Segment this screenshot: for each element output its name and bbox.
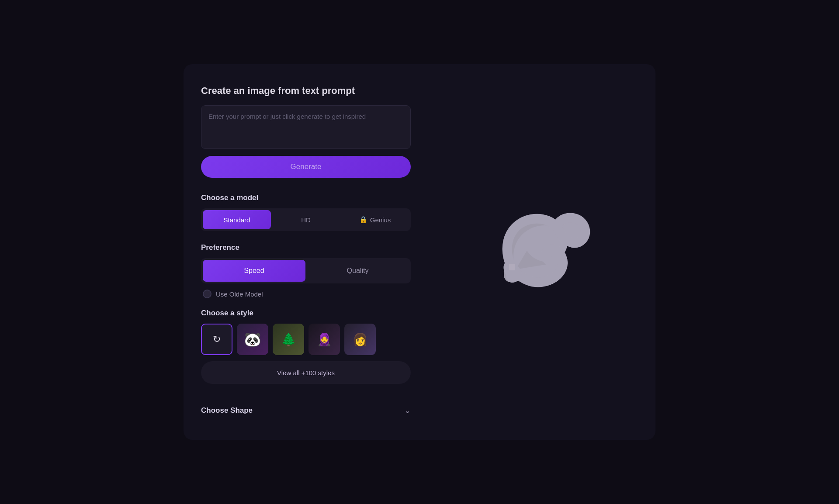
chevron-down-icon: ⌄ (404, 406, 411, 415)
style-section-label: Choose a style (201, 309, 411, 318)
dolphin-logo (489, 200, 594, 304)
shape-section-label: Choose Shape (201, 406, 253, 415)
model-btn-genius[interactable]: 🔒 Genius (341, 210, 409, 229)
view-all-styles-button[interactable]: View all +100 styles (201, 361, 411, 384)
anime-icon: 👩 (353, 332, 368, 347)
main-container: Create an image from text prompt Generat… (184, 64, 655, 440)
style-thumbnails: ↻ 🐼 🌲 🧕 (201, 324, 411, 355)
generate-button[interactable]: Generate (201, 156, 411, 178)
panda-thumbnail: 🐼 (237, 324, 268, 355)
style-thumb-portrait[interactable]: 🧕 (309, 324, 340, 355)
default-style-icon: ↻ (213, 334, 221, 345)
model-btn-standard[interactable]: Standard (203, 210, 271, 229)
preference-toggle-group: Speed Quality (201, 258, 411, 283)
genius-label: Genius (370, 216, 391, 224)
model-section-label: Choose a model (201, 193, 411, 202)
pref-btn-speed[interactable]: Speed (203, 260, 305, 282)
style-thumb-panda[interactable]: 🐼 (237, 324, 268, 355)
right-panel (428, 64, 655, 440)
forest-thumbnail: 🌲 (273, 324, 304, 355)
choose-shape-row[interactable]: Choose Shape ⌄ (201, 404, 411, 417)
anime-thumbnail: 👩 (344, 324, 376, 355)
model-btn-hd[interactable]: HD (272, 210, 340, 229)
style-thumb-default[interactable]: ↻ (201, 324, 232, 355)
old-model-checkbox[interactable] (203, 290, 211, 298)
prompt-input[interactable] (201, 105, 411, 149)
portrait-icon: 🧕 (317, 332, 332, 347)
model-toggle-group: Standard HD 🔒 Genius (201, 208, 411, 231)
style-section: Choose a style ↻ 🐼 🌲 (201, 309, 411, 396)
panda-icon: 🐼 (244, 331, 261, 348)
style-thumb-anime[interactable]: 👩 (344, 324, 376, 355)
portrait-thumbnail: 🧕 (309, 324, 340, 355)
old-model-label[interactable]: Use Olde Model (216, 290, 263, 298)
old-model-row: Use Olde Model (201, 290, 411, 298)
lock-icon: 🔒 (359, 216, 367, 224)
forest-icon: 🌲 (281, 332, 296, 347)
preference-section-label: Preference (201, 243, 411, 252)
page-title: Create an image from text prompt (201, 85, 411, 97)
small-square-indicator (509, 264, 515, 270)
left-panel: Create an image from text prompt Generat… (184, 64, 428, 440)
style-thumb-forest[interactable]: 🌲 (273, 324, 304, 355)
pref-btn-quality[interactable]: Quality (306, 260, 409, 282)
